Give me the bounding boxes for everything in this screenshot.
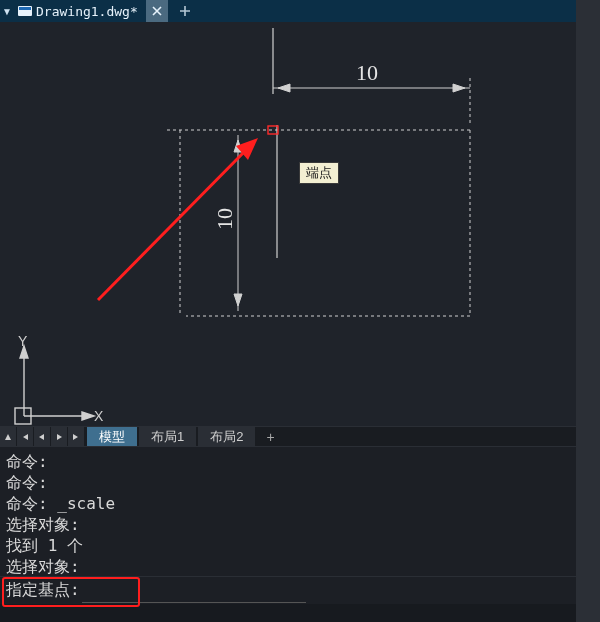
svg-marker-22 [5,434,11,440]
command-prompt-label: 指定基点: [6,580,80,601]
axis-x-label: X [94,408,104,424]
layout-nav-next[interactable] [51,427,68,447]
dwg-file-icon [18,5,32,17]
layout-tab-2[interactable]: 布局2 [198,427,255,447]
svg-marker-14 [234,294,242,306]
command-input-bar: 指定基点: [0,576,576,604]
tab-strip-toggle[interactable]: ▼ [0,0,14,22]
close-tab-button[interactable] [146,0,168,22]
command-history-line: 选择对象: [6,556,570,577]
layout-tab-1[interactable]: 布局1 [139,427,196,447]
document-tab[interactable]: Drawing1.dwg* [14,0,144,22]
layout-tab-row: 模型布局1布局2 + [0,426,576,447]
command-history-line: 命令: [6,472,570,493]
dimension-top-label: 10 [356,60,378,85]
svg-marker-23 [39,434,44,440]
drawing-canvas[interactable]: 10 10 X Y [0,22,576,426]
layout-nav-prev[interactable] [34,427,51,447]
layout-tab-0[interactable]: 模型 [87,427,137,447]
dimension-left-label: 10 [212,208,237,230]
command-input[interactable] [82,578,306,603]
svg-rect-1 [19,7,31,10]
vertical-scrollbar[interactable] [576,0,600,622]
ucs-icon [15,346,94,424]
command-history[interactable]: 命令:命令:命令: _scale选择对象:找到 1 个选择对象: [0,446,576,576]
command-history-line: 命令: _scale [6,493,570,514]
document-tab-label: Drawing1.dwg* [36,4,138,19]
axis-y-label: Y [18,333,28,349]
layout-add-button[interactable]: + [261,427,279,447]
layout-nav-last[interactable] [68,427,85,447]
svg-marker-20 [82,412,94,420]
snap-tooltip: 端点 [299,162,339,184]
svg-marker-5 [278,84,290,92]
svg-marker-6 [453,84,465,92]
command-history-line: 命令: [6,451,570,472]
new-tab-button[interactable] [174,0,196,22]
layout-nav-first[interactable] [17,427,34,447]
svg-marker-24 [57,434,62,440]
layout-nav-up[interactable] [0,427,17,447]
command-history-line: 找到 1 个 [6,535,570,556]
command-history-line: 选择对象: [6,514,570,535]
document-tab-strip: ▼ Drawing1.dwg* [0,0,576,22]
